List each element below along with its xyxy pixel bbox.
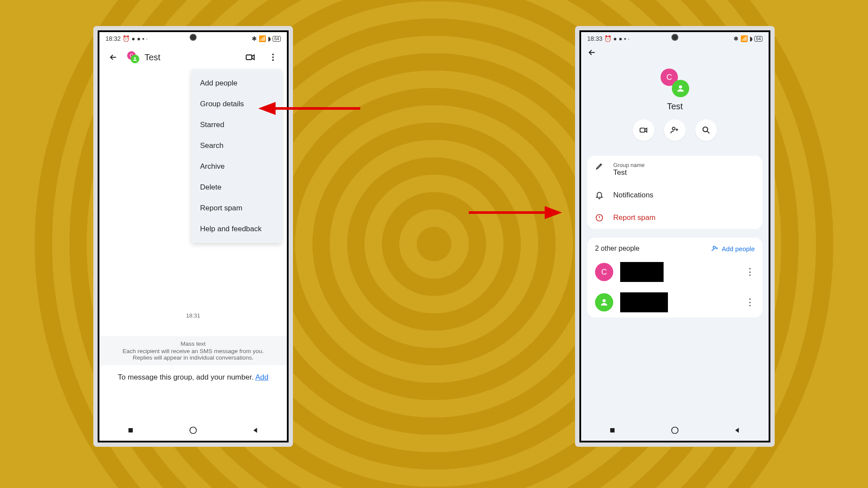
svg-rect-1 <box>246 55 252 60</box>
menu-search[interactable]: Search <box>191 135 282 156</box>
svg-point-0 <box>134 57 136 59</box>
wifi-icon: ◗ <box>750 35 753 42</box>
back-button[interactable] <box>581 45 769 60</box>
nav-back[interactable] <box>733 426 742 435</box>
nav-home[interactable] <box>671 426 679 435</box>
edit-icon <box>595 162 605 170</box>
svg-marker-17 <box>258 102 276 115</box>
video-call-button[interactable] <box>633 119 654 141</box>
group-avatar: C <box>127 51 139 63</box>
menu-starred[interactable]: Starred <box>191 115 282 135</box>
camera-notch <box>671 34 678 41</box>
search-button[interactable] <box>695 119 717 141</box>
wifi-icon: ◗ <box>268 35 271 42</box>
menu-report-spam[interactable]: Report spam <box>191 198 282 219</box>
svg-point-9 <box>672 127 675 130</box>
svg-rect-5 <box>128 428 133 432</box>
app-bar: C Test <box>99 45 287 69</box>
add-number-link[interactable]: Add <box>255 373 268 381</box>
phone-right: 18:33 ⏰ ● ● ▪ · ✱ 📶 ◗ 64 C Test <box>575 26 775 447</box>
battery-icon: 64 <box>754 36 763 42</box>
banner-line2: Replies will appear in individual conver… <box>108 354 278 361</box>
add-people-button[interactable] <box>664 119 686 141</box>
nav-recents[interactable] <box>608 426 617 435</box>
person-row-2[interactable]: ⋮ <box>587 287 763 318</box>
message-timestamp: 18:31 <box>99 312 287 319</box>
person-avatar <box>595 293 613 311</box>
camera-notch <box>190 34 197 41</box>
clock: 18:32 <box>105 35 121 42</box>
redacted-name <box>620 292 668 312</box>
menu-archive[interactable]: Archive <box>191 156 282 177</box>
phone-left: 18:32 ⏰ ● ● ▪ · ✱ 📶 ◗ 64 C Test <box>93 26 293 447</box>
group-title: Test <box>667 102 683 111</box>
nav-bar <box>581 420 769 441</box>
svg-point-7 <box>679 85 682 88</box>
arrow-report-spam <box>469 204 564 221</box>
alarm-icon: ⏰ <box>604 35 612 42</box>
add-people-link[interactable]: Add people <box>711 245 755 252</box>
nav-bar <box>99 420 287 441</box>
svg-marker-19 <box>545 206 562 219</box>
chat-title[interactable]: Test <box>145 52 237 62</box>
svg-point-13 <box>602 299 605 302</box>
person-more-button[interactable]: ⋮ <box>745 297 755 308</box>
banner-line1: Each recipient will receive an SMS messa… <box>108 348 278 354</box>
person-row-1[interactable]: C ⋮ <box>587 257 763 287</box>
person-more-button[interactable]: ⋮ <box>745 266 755 278</box>
svg-point-2 <box>272 54 274 56</box>
clock: 18:33 <box>587 35 602 42</box>
status-dots: ● ● ▪ · <box>132 35 148 42</box>
people-card: 2 other people Add people C ⋮ ⋮ <box>587 238 763 318</box>
signal-icon: 📶 <box>259 35 266 42</box>
notifications-label: Notifications <box>613 191 755 200</box>
group-avatar: C <box>661 69 689 97</box>
nav-recents[interactable] <box>126 426 135 435</box>
signal-icon: 📶 <box>740 35 748 42</box>
battery-icon: 64 <box>273 36 281 42</box>
bluetooth-icon: ✱ <box>252 35 257 42</box>
nav-back[interactable] <box>251 426 260 435</box>
person-avatar: C <box>595 263 613 281</box>
overflow-menu: Add people Group details Starred Search … <box>191 69 282 243</box>
report-spam-label: Report spam <box>613 213 755 222</box>
group-name-row[interactable]: Group name Test <box>587 156 763 184</box>
more-menu-button[interactable] <box>264 49 282 66</box>
mass-text-banner: Mass text Each recipient will receive an… <box>99 336 287 365</box>
svg-rect-8 <box>640 128 645 132</box>
alert-icon <box>595 213 605 222</box>
status-dots: ● ● ▪ · <box>613 35 629 42</box>
add-number-prompt: To message this group, add your number. … <box>99 365 287 390</box>
group-name-label: Group name <box>613 162 755 168</box>
svg-point-10 <box>703 127 708 132</box>
bell-icon <box>595 191 605 200</box>
nav-home[interactable] <box>189 426 197 435</box>
svg-point-12 <box>713 246 715 248</box>
banner-title: Mass text <box>108 341 278 347</box>
menu-add-people[interactable]: Add people <box>191 73 282 94</box>
svg-point-15 <box>672 427 678 434</box>
report-spam-row[interactable]: Report spam <box>587 206 763 229</box>
svg-point-6 <box>190 427 197 434</box>
group-name-value: Test <box>613 168 755 177</box>
menu-delete[interactable]: Delete <box>191 177 282 198</box>
bluetooth-icon: ✱ <box>733 35 739 42</box>
settings-card: Group name Test Notifications Report spa… <box>587 156 763 229</box>
notifications-row[interactable]: Notifications <box>587 184 763 206</box>
video-call-button[interactable] <box>242 49 259 66</box>
menu-help-feedback[interactable]: Help and feedback <box>191 219 282 239</box>
redacted-name <box>620 262 664 282</box>
svg-point-3 <box>272 56 274 58</box>
back-button[interactable] <box>105 49 122 66</box>
alarm-icon: ⏰ <box>122 35 130 42</box>
people-count: 2 other people <box>595 245 639 252</box>
group-header: C Test <box>581 60 769 147</box>
svg-rect-14 <box>610 428 615 432</box>
arrow-group-details <box>256 100 360 117</box>
svg-point-4 <box>272 59 274 61</box>
